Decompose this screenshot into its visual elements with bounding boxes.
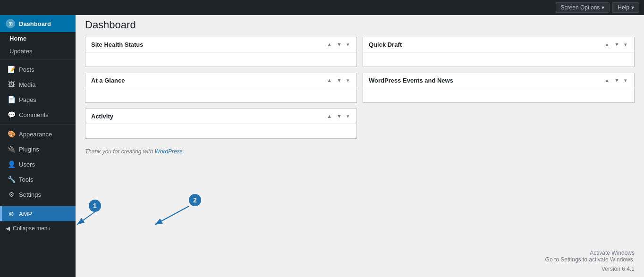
widget-wp-events-title: WordPress Events and News (369, 77, 453, 84)
help-button[interactable]: Help ▾ (612, 2, 639, 13)
page-title: Dashboard (85, 19, 635, 31)
tools-icon: 🔧 (8, 176, 15, 183)
dashboard-icon: ⊞ (6, 19, 15, 28)
wordpress-link[interactable]: WordPress (154, 148, 182, 155)
widget-site-health-header: Site Health Status ▲ ▼ ▾ (85, 37, 356, 52)
comments-icon: 💬 (8, 111, 15, 118)
sidebar-item-plugins[interactable]: 🔌 Plugins (0, 142, 76, 157)
pages-icon: 📄 (8, 96, 15, 103)
widget-site-health-body (85, 52, 356, 67)
sidebar-item-settings-label: Settings (19, 191, 41, 198)
main-header: Dashboard (76, 15, 644, 31)
version-text: Version 6.4.1 (602, 266, 635, 272)
sidebar-item-media-label: Media (19, 81, 35, 88)
screen-options-button[interactable]: Screen Options ▾ (556, 2, 610, 13)
widget-at-a-glance-down[interactable]: ▼ (335, 77, 343, 84)
plugins-icon: 🔌 (8, 145, 15, 153)
sidebar-item-settings[interactable]: ⚙ Settings (0, 187, 76, 202)
sidebar-item-users[interactable]: 👤 Users (0, 157, 76, 172)
widget-at-a-glance-controls: ▲ ▼ ▾ (325, 77, 351, 84)
main-content: Dashboard Site Health Status ▲ ▼ ▾ (76, 15, 644, 277)
sidebar: ⊞ Dashboard Home Updates 📝 Posts 🖼 Media… (0, 15, 76, 277)
sidebar-dashboard-header[interactable]: ⊞ Dashboard (0, 15, 76, 32)
amp-icon: ⊛ (8, 210, 15, 218)
widget-wp-events-down[interactable]: ▼ (613, 77, 621, 84)
users-icon: 👤 (8, 160, 15, 168)
sidebar-item-appearance-label: Appearance (19, 131, 52, 138)
widget-at-a-glance-up[interactable]: ▲ (325, 77, 333, 84)
widget-site-health-title: Site Health Status (91, 41, 144, 48)
sidebar-item-appearance[interactable]: 🎨 Appearance (0, 126, 76, 142)
sidebar-divider-1 (0, 59, 76, 60)
sidebar-item-tools[interactable]: 🔧 Tools (0, 172, 76, 187)
widget-quick-draft-down[interactable]: ▼ (613, 41, 621, 48)
widget-wp-events-body (363, 88, 634, 102)
sidebar-item-pages[interactable]: 📄 Pages (0, 92, 76, 107)
widget-quick-draft-header: Quick Draft ▲ ▼ ▾ (363, 37, 634, 52)
widget-activity-body (85, 124, 356, 138)
sidebar-item-tools-label: Tools (19, 176, 33, 183)
annotation-badge-1: 1 (89, 200, 101, 212)
sidebar-dashboard-sub: Home Updates (0, 32, 76, 58)
sidebar-divider-3 (0, 204, 76, 204)
widget-activity-down[interactable]: ▼ (335, 113, 343, 120)
widget-at-a-glance-header: At a Glance ▲ ▼ ▾ (85, 73, 356, 88)
widget-collapse-up-button[interactable]: ▲ (325, 41, 333, 48)
sidebar-item-users-label: Users (19, 161, 35, 168)
widget-wp-events-header: WordPress Events and News ▲ ▼ ▾ (363, 73, 634, 88)
widget-site-health-controls: ▲ ▼ ▾ (325, 41, 351, 48)
sidebar-item-media[interactable]: 🖼 Media (0, 77, 76, 92)
chevron-down-icon: ▾ (602, 4, 604, 11)
main-footer: Thank you for creating with WordPress. (76, 144, 644, 159)
collapse-menu-label: Collapse menu (13, 225, 51, 232)
widget-collapse-down-button[interactable]: ▼ (335, 41, 343, 48)
sidebar-item-posts[interactable]: 📝 Posts (0, 62, 76, 77)
widget-wp-events-toggle[interactable]: ▾ (623, 77, 628, 84)
widget-activity-header: Activity ▲ ▼ ▾ (85, 109, 356, 124)
chevron-down-icon: ▾ (631, 4, 634, 11)
widget-wp-events-controls: ▲ ▼ ▾ (603, 77, 628, 84)
sidebar-item-posts-label: Posts (19, 66, 34, 73)
widget-at-a-glance-toggle[interactable]: ▾ (345, 77, 351, 84)
widget-activity-controls: ▲ ▼ ▾ (325, 113, 351, 120)
appearance-icon: 🎨 (8, 130, 15, 138)
widget-activity-up[interactable]: ▲ (325, 113, 333, 120)
posts-icon: 📝 (8, 66, 15, 73)
widget-site-health: Site Health Status ▲ ▼ ▾ (85, 37, 357, 67)
widget-wp-events-up[interactable]: ▲ (603, 77, 611, 84)
widget-quick-draft-body (363, 52, 634, 67)
widget-quick-draft: Quick Draft ▲ ▼ ▾ (363, 37, 635, 67)
sidebar-item-amp[interactable]: ⊛ AMP (0, 206, 76, 221)
sidebar-divider-2 (0, 124, 76, 125)
sidebar-item-comments[interactable]: 💬 Comments (0, 107, 76, 122)
widget-at-a-glance: At a Glance ▲ ▼ ▾ (85, 73, 357, 103)
sidebar-dashboard-label: Dashboard (19, 20, 51, 27)
settings-icon: ⚙ (8, 191, 15, 198)
sidebar-item-comments-label: Comments (19, 111, 49, 118)
widget-activity-toggle[interactable]: ▾ (345, 113, 351, 120)
collapse-menu-button[interactable]: ◀ Collapse menu (0, 221, 76, 235)
widget-quick-draft-title: Quick Draft (369, 41, 402, 48)
svg-line-3 (155, 206, 189, 225)
widget-quick-draft-toggle[interactable]: ▾ (623, 41, 628, 48)
annotation-badge-2: 2 (189, 194, 201, 206)
sidebar-item-plugins-label: Plugins (19, 146, 39, 153)
sidebar-item-home[interactable]: Home (0, 32, 76, 45)
widget-activity-title: Activity (91, 113, 113, 120)
sidebar-item-pages-label: Pages (19, 96, 36, 103)
widget-at-a-glance-title: At a Glance (91, 77, 125, 84)
sidebar-item-amp-label: AMP (19, 210, 32, 218)
sidebar-item-updates[interactable]: Updates (0, 45, 76, 58)
widget-quick-draft-controls: ▲ ▼ ▾ (603, 41, 628, 48)
widget-wp-events: WordPress Events and News ▲ ▼ ▾ (363, 73, 635, 103)
collapse-arrow-icon: ◀ (6, 225, 10, 232)
widget-activity: Activity ▲ ▼ ▾ (85, 109, 357, 139)
admin-bar: Screen Options ▾ Help ▾ (0, 0, 644, 15)
svg-line-2 (77, 212, 95, 225)
widget-toggle-button[interactable]: ▾ (345, 41, 351, 48)
widget-quick-draft-up[interactable]: ▲ (603, 41, 611, 48)
widget-at-a-glance-body (85, 88, 356, 102)
media-icon: 🖼 (8, 81, 15, 88)
